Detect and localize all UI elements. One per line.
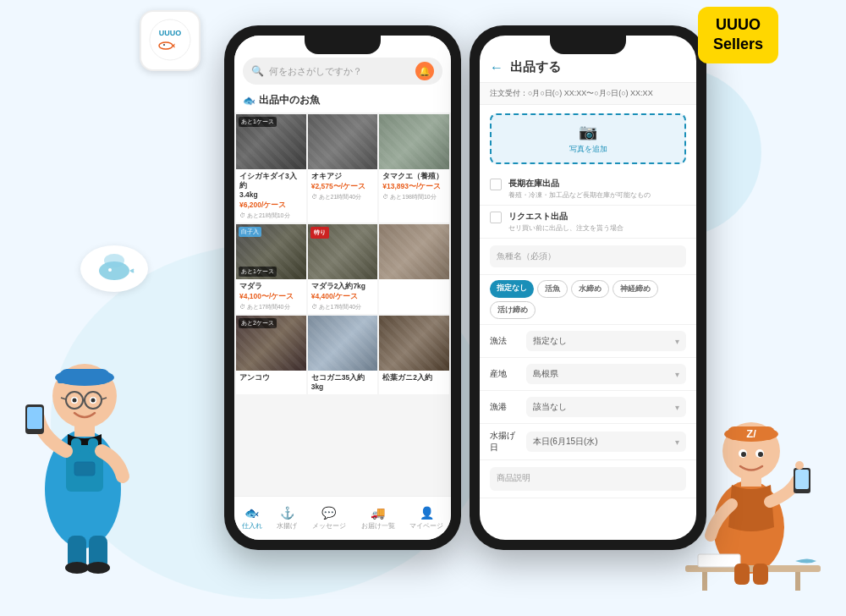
photo-add-button[interactable]: 📷 写真を追加	[490, 113, 686, 164]
tag-ikigyo[interactable]: 活魚	[537, 280, 568, 298]
mypage-icon: 👤	[420, 506, 434, 520]
fish-emoji: 🐟	[243, 95, 255, 107]
row-value[interactable]: 該当なし ▾	[526, 397, 686, 417]
nav-label: 仕入れ	[242, 521, 262, 531]
row-value[interactable]: 島根県 ▾	[526, 364, 686, 384]
product-card[interactable]: 特り マダラ2入約7kg ¥4,400/ケース ⏱ あと17時間40分	[308, 224, 378, 314]
checkbox-input[interactable]	[490, 179, 502, 190]
fish-name-field: 魚種名（必須）	[480, 239, 696, 275]
product-card[interactable]: オキアジ ¥2,575〜/ケース ⏱ あと21時間40分	[308, 114, 378, 223]
nav-item-purchase[interactable]: 🐟 仕入れ	[242, 506, 262, 531]
row-value[interactable]: 指定なし ▾	[526, 331, 686, 351]
product-info: マダラ ¥4,100〜/ケース ⏱ あと17時間40分	[236, 279, 306, 314]
nav-label: マイページ	[409, 521, 443, 531]
product-price: ¥2,575〜/ケース	[311, 182, 375, 192]
svg-point-0	[150, 19, 190, 60]
row-value-text: 指定なし	[533, 335, 567, 347]
row-value-text: 本日(6月15日(水)	[533, 436, 598, 448]
search-placeholder: 何をおさがしですか？	[269, 65, 407, 78]
product-price: ¥4,100〜/ケース	[239, 292, 303, 302]
bottom-nav: 🐟 仕入れ ⚓ 水揚げ 💬 メッセージ 🚚 お届け一覧 👤 マイペー	[234, 496, 451, 540]
fish-name-input[interactable]: 魚種名（必須）	[490, 245, 686, 267]
product-name: 松葉ガニ2入約	[382, 373, 446, 382]
product-card[interactable]: あと1ケース イシガキダイ3入約3.4kg ¥6,200/ケース ⏱ あと21時…	[236, 114, 306, 223]
product-card[interactable]: セコガニ35入約3kg	[308, 316, 378, 394]
product-card[interactable]: 松葉ガニ2入約	[379, 316, 449, 394]
chevron-icon: ▾	[675, 403, 679, 412]
svg-rect-22	[74, 462, 95, 476]
product-card[interactable]	[379, 224, 449, 314]
svg-rect-40	[795, 470, 809, 489]
product-time: ⏱ あと17時間40分	[239, 303, 303, 311]
back-arrow-icon[interactable]: ←	[490, 60, 503, 75]
tag-shizenashi[interactable]: 指定なし	[490, 280, 534, 298]
svg-point-41	[795, 461, 804, 470]
checkbox-label: 長期在庫出品	[508, 178, 651, 190]
form-row-origin: 産地 島根県 ▾	[480, 358, 696, 391]
svg-text:UUUO: UUUO	[159, 29, 182, 37]
product-price: ¥13,893〜/ケース	[382, 182, 446, 192]
form-row-fishing-method: 漁法 指定なし ▾	[480, 325, 696, 358]
product-card[interactable]: タマクエ（養殖） ¥13,893〜/ケース ⏱ あと198時間10分	[379, 114, 449, 223]
checkbox-request: リクエスト出品 セリ買い前に出品し、注文を貰う場合	[480, 206, 696, 239]
product-time: ⏱ あと17時間40分	[311, 303, 375, 311]
product-info	[379, 279, 449, 284]
product-grid-container: あと1ケース イシガキダイ3入約3.4kg ¥6,200/ケース ⏱ あと21時…	[234, 113, 451, 500]
chevron-icon: ▾	[675, 337, 679, 346]
form-row-landing-date: 水揚げ日 本日(6月15日(水) ▾	[480, 424, 696, 460]
chevron-icon: ▾	[675, 437, 679, 447]
stock-badge: あと1ケース	[239, 117, 277, 127]
svg-point-49	[108, 268, 112, 272]
product-name: アンコウ	[239, 373, 303, 382]
tag-ikeshime[interactable]: 活け締め	[490, 301, 536, 319]
product-card[interactable]: 白子入 あと1ケース マダラ ¥4,100〜/ケース ⏱ あと17時間40分	[236, 224, 306, 314]
delivery-icon: 🚚	[371, 506, 385, 520]
product-price: ¥4,400/ケース	[311, 292, 375, 302]
product-name: マダラ2入約7kg	[311, 282, 375, 291]
description-field: 商品説明	[480, 460, 696, 498]
product-card[interactable]: あと2ケース アンコウ	[236, 316, 306, 394]
nav-label: お届け一覧	[361, 521, 395, 531]
left-phone-screen: 🔍 何をおさがしですか？ 🔔 🐟 出品中のお魚 あと1ケース	[234, 36, 451, 540]
svg-rect-18	[74, 423, 95, 437]
row-label: 水揚げ日	[490, 430, 519, 454]
product-info: アンコウ	[236, 371, 306, 385]
row-value-text: 島根県	[533, 368, 558, 380]
row-value[interactable]: 本日(6月15日(水) ▾	[526, 432, 686, 452]
svg-point-27	[65, 562, 89, 574]
message-icon: 💬	[321, 506, 336, 520]
checkbox-desc: 養殖・冷凍・加工品など長期在庫が可能なもの	[508, 190, 651, 200]
description-input[interactable]: 商品説明	[490, 467, 686, 491]
nav-item-mypage[interactable]: 👤 マイページ	[409, 506, 443, 531]
product-image	[379, 114, 449, 169]
red-badge: 特り	[310, 227, 329, 239]
svg-point-28	[86, 562, 110, 574]
checkbox-content: リクエスト出品 セリ買い前に出品し、注文を貰う場合	[508, 211, 624, 233]
nav-item-message[interactable]: 💬 メッセージ	[312, 506, 346, 531]
product-image	[308, 114, 378, 169]
tag-shinkei[interactable]: 神経締め	[613, 280, 658, 298]
product-info: マダラ2入約7kg ¥4,400/ケース ⏱ あと17時間40分	[308, 279, 378, 314]
product-image: 白子入 あと1ケース	[236, 224, 306, 279]
stock-badge: あと2ケース	[239, 318, 277, 328]
product-info: イシガキダイ3入約3.4kg ¥6,200/ケース ⏱ あと21時間10分	[236, 169, 306, 223]
search-row[interactable]: 🔍 何をおさがしですか？ 🔔	[243, 58, 442, 85]
form-title: 出品する	[510, 59, 561, 75]
checkbox-input[interactable]	[490, 212, 502, 223]
checkbox-content: 長期在庫出品 養殖・冷凍・加工品など長期在庫が可能なもの	[508, 178, 651, 200]
product-image	[379, 224, 449, 279]
shirako-badge: 白子入	[239, 227, 261, 237]
nav-item-landing[interactable]: ⚓ 水揚げ	[277, 506, 297, 531]
product-time: ⏱ あと21時間10分	[239, 212, 303, 220]
svg-point-50	[104, 254, 124, 267]
order-notice: 注文受付：○月○日(○) XX:XX〜○月○日(○) XX:XX	[480, 83, 696, 105]
search-icon: 🔍	[251, 65, 264, 77]
svg-rect-44	[795, 572, 800, 591]
svg-point-15	[73, 399, 77, 403]
badge-line2: Sellers	[713, 36, 763, 52]
tag-mizushime[interactable]: 水締め	[571, 280, 609, 298]
notification-icon[interactable]: 🔔	[415, 62, 434, 80]
product-price: ¥6,200/ケース	[239, 201, 303, 211]
uuuo-badge: UUUO Sellers	[698, 7, 778, 63]
nav-item-delivery[interactable]: 🚚 お届け一覧	[361, 506, 395, 531]
